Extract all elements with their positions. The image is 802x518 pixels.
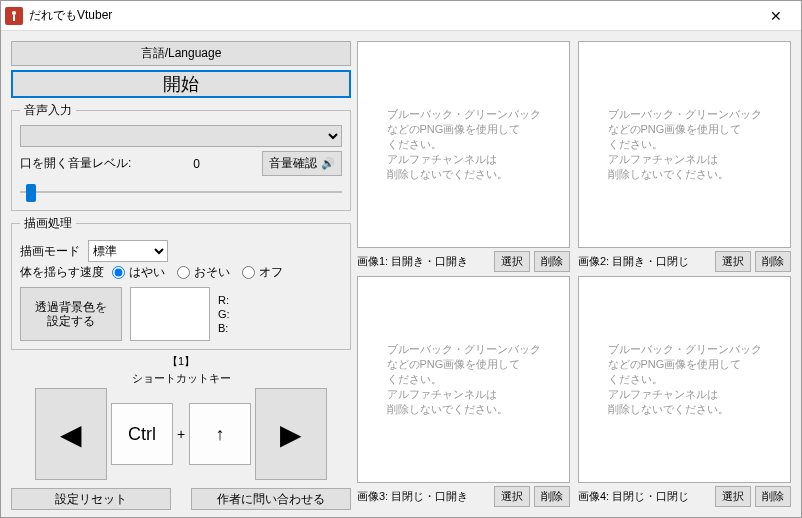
draw-mode-label: 描画モード xyxy=(20,243,80,260)
shortcut-key-1[interactable]: Ctrl xyxy=(111,403,173,465)
image-select-2[interactable]: 選択 xyxy=(715,251,751,272)
sway-fast-label: はやい xyxy=(129,264,165,281)
shortcut-index: 【1】 xyxy=(167,354,195,369)
image-label-2: 画像2: 目開き・口閉じ xyxy=(578,254,711,269)
left-panel: 言語/Language 開始 音声入力 口を開く音量レベル: 0 音量確認 🔊 xyxy=(11,41,351,507)
rgb-b: B: xyxy=(218,321,230,335)
shortcut-next-button[interactable]: ▶ xyxy=(255,388,327,480)
image-delete-4[interactable]: 削除 xyxy=(755,486,791,507)
svg-rect-1 xyxy=(13,15,15,21)
sway-label: 体を揺らす速度 xyxy=(20,264,104,281)
sway-slow-label: おそい xyxy=(194,264,230,281)
drawing-group: 描画処理 描画モード 標準 体を揺らす速度 はやい おそい オフ 透過背景色を … xyxy=(11,215,351,350)
image-box-1[interactable]: ブルーバック・グリーンバック などのPNG画像を使用して ください。 アルファチ… xyxy=(357,41,570,248)
audio-input-group: 音声入力 口を開く音量レベル: 0 音量確認 🔊 xyxy=(11,102,351,211)
image-label-1: 画像1: 目開き・口開き xyxy=(357,254,490,269)
close-button[interactable]: ✕ xyxy=(755,2,797,30)
language-button[interactable]: 言語/Language xyxy=(11,41,351,66)
app-icon xyxy=(5,7,23,25)
rgb-g: G: xyxy=(218,307,230,321)
image-delete-2[interactable]: 削除 xyxy=(755,251,791,272)
titlebar: だれでもVtuber ✕ xyxy=(1,1,801,31)
image-slot-4: ブルーバック・グリーンバック などのPNG画像を使用して ください。 アルファチ… xyxy=(578,276,791,507)
image-select-3[interactable]: 選択 xyxy=(494,486,530,507)
audio-device-select[interactable] xyxy=(20,125,342,147)
window-title: だれでもVtuber xyxy=(29,7,755,24)
open-level-value: 0 xyxy=(139,157,254,171)
open-level-label: 口を開く音量レベル: xyxy=(20,155,131,172)
image-slot-3: ブルーバック・グリーンバック などのPNG画像を使用して ください。 アルファチ… xyxy=(357,276,570,507)
speaker-icon: 🔊 xyxy=(321,157,335,170)
volume-check-button[interactable]: 音量確認 🔊 xyxy=(262,151,342,176)
image-placeholder-3: ブルーバック・グリーンバック などのPNG画像を使用して ください。 アルファチ… xyxy=(387,342,541,417)
sway-fast-radio[interactable]: はやい xyxy=(112,264,165,281)
image-placeholder-2: ブルーバック・グリーンバック などのPNG画像を使用して ください。 アルファチ… xyxy=(608,107,762,182)
volume-slider[interactable] xyxy=(20,182,342,202)
draw-mode-select[interactable]: 標準 xyxy=(88,240,168,262)
image-placeholder-1: ブルーバック・グリーンバック などのPNG画像を使用して ください。 アルファチ… xyxy=(387,107,541,182)
image-delete-3[interactable]: 削除 xyxy=(534,486,570,507)
set-bg-color-button[interactable]: 透過背景色を 設定する xyxy=(20,287,122,341)
image-delete-1[interactable]: 削除 xyxy=(534,251,570,272)
audio-legend: 音声入力 xyxy=(20,102,76,119)
image-box-2[interactable]: ブルーバック・グリーンバック などのPNG画像を使用して ください。 アルファチ… xyxy=(578,41,791,248)
shortcut-plus: + xyxy=(177,426,185,442)
shortcut-label: ショートカットキー xyxy=(132,371,231,386)
image-row-bottom: ブルーバック・グリーンバック などのPNG画像を使用して ください。 アルファチ… xyxy=(357,276,791,507)
image-placeholder-4: ブルーバック・グリーンバック などのPNG画像を使用して ください。 アルファチ… xyxy=(608,342,762,417)
app-window: だれでもVtuber ✕ 言語/Language 開始 音声入力 口を開く音量レ… xyxy=(0,0,802,518)
sway-off-label: オフ xyxy=(259,264,283,281)
drawing-legend: 描画処理 xyxy=(20,215,76,232)
sway-slow-radio[interactable]: おそい xyxy=(177,264,230,281)
volume-check-label: 音量確認 xyxy=(269,155,317,172)
right-panel: ブルーバック・グリーンバック などのPNG画像を使用して ください。 アルファチ… xyxy=(357,41,791,507)
contact-author-button[interactable]: 作者に問い合わせる xyxy=(191,488,351,510)
slider-track xyxy=(20,191,342,193)
image-select-4[interactable]: 選択 xyxy=(715,486,751,507)
shortcut-prev-button[interactable]: ◀ xyxy=(35,388,107,480)
reset-settings-button[interactable]: 設定リセット xyxy=(11,488,171,510)
bg-color-swatch xyxy=(130,287,210,341)
rgb-readout: R: G: B: xyxy=(218,287,230,341)
slider-thumb[interactable] xyxy=(26,184,36,202)
image-select-1[interactable]: 選択 xyxy=(494,251,530,272)
start-button[interactable]: 開始 xyxy=(11,70,351,98)
sway-off-radio[interactable]: オフ xyxy=(242,264,283,281)
svg-point-0 xyxy=(12,11,16,15)
rgb-r: R: xyxy=(218,293,230,307)
content-area: 言語/Language 開始 音声入力 口を開く音量レベル: 0 音量確認 🔊 xyxy=(1,31,801,517)
image-box-4[interactable]: ブルーバック・グリーンバック などのPNG画像を使用して ください。 アルファチ… xyxy=(578,276,791,483)
image-row-top: ブルーバック・グリーンバック などのPNG画像を使用して ください。 アルファチ… xyxy=(357,41,791,272)
shortcut-key-2[interactable]: ↑ xyxy=(189,403,251,465)
image-slot-2: ブルーバック・グリーンバック などのPNG画像を使用して ください。 アルファチ… xyxy=(578,41,791,272)
shortcut-area: 【1】 ショートカットキー ◀ Ctrl + ↑ ▶ xyxy=(11,354,351,480)
image-label-4: 画像4: 目閉じ・口閉じ xyxy=(578,489,711,504)
image-box-3[interactable]: ブルーバック・グリーンバック などのPNG画像を使用して ください。 アルファチ… xyxy=(357,276,570,483)
image-label-3: 画像3: 目閉じ・口開き xyxy=(357,489,490,504)
image-slot-1: ブルーバック・グリーンバック などのPNG画像を使用して ください。 アルファチ… xyxy=(357,41,570,272)
